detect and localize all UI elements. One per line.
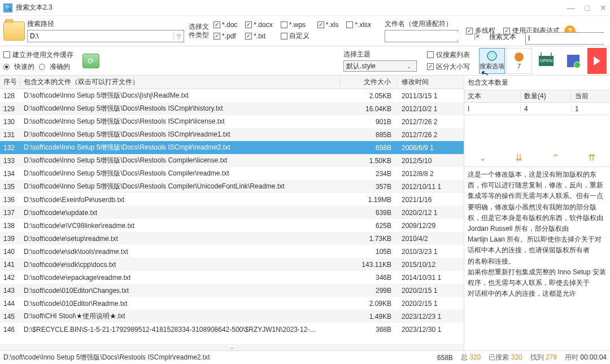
nav-up-all-icon[interactable]: ⇈ — [588, 152, 595, 163]
search-text-input[interactable] — [526, 33, 610, 44]
rp-content: 这是一个修改版本，这是没有附加版权的东西，你可以进行随意复制，修改，反向，重新 … — [464, 167, 610, 350]
rp-hdr-text: 文本 — [464, 91, 521, 101]
chk-custom[interactable] — [281, 33, 287, 40]
warn-icon — [515, 52, 524, 62]
chk-doc[interactable] — [213, 21, 220, 28]
titlebar: 🔍 搜索文本2.3 — □ ✕ — [0, 0, 610, 16]
toolbar: 搜索路径 ▽ 选择文 件类型 *.doc *.docx *.wps *.xls … — [0, 16, 610, 46]
nav-down-all-icon[interactable]: ⇊ — [515, 152, 522, 163]
filetype-label: 选择文 件类型 — [189, 23, 209, 39]
table-row[interactable]: 145D:\soft\CHI Stool\★使用说明★.txt1.49KB202… — [0, 310, 464, 323]
rp-hdr-count: 数量(4) — [521, 91, 572, 101]
chk-index-only[interactable] — [427, 51, 434, 58]
table-row[interactable]: 138D:\soft\code\e\VC98linker\readme.txt6… — [0, 219, 464, 232]
table-row[interactable]: 140D:\soft\code\e\sdk\tools\readme.txt10… — [0, 245, 464, 258]
theme-select[interactable]: 默认.style ⌄ — [343, 60, 417, 72]
open-sign-icon: OPEN — [539, 56, 554, 66]
col-size[interactable]: 文件大小 — [341, 77, 397, 87]
table-row[interactable]: 142D:\soft\code\e\epackage\readme.txt346… — [0, 271, 464, 284]
table-row[interactable]: 144D:\soft\code\010Editor\Readme.txt2.09… — [0, 297, 464, 310]
chk-xls[interactable] — [317, 21, 324, 28]
sb-size: 658B — [437, 354, 453, 362]
search-options-button[interactable]: 搜索选项 — [479, 48, 505, 74]
chk-txt[interactable] — [245, 33, 252, 40]
scroll-hint: ⌄ — [0, 344, 464, 350]
col-index[interactable]: 序号 — [0, 77, 20, 87]
statusbar: D:\soft\code\Inno Setup 5增强版\Docs\Restoo… — [0, 350, 610, 364]
filename-label: 文件名（使用通配符） — [385, 19, 458, 29]
refresh-button[interactable]: ⟳ — [82, 54, 99, 68]
sb-total: 320 — [469, 353, 481, 361]
toolbar2: 建立并使用文件缓存 快速的 准确的 ⟳ 选择主题 默认.style ⌄ 仅搜索列… — [0, 46, 610, 76]
chk-multithread[interactable] — [466, 28, 473, 34]
filename-input[interactable] — [385, 32, 474, 40]
path-label: 搜索路径 — [27, 19, 184, 29]
app-title: 搜索文本2.3 — [16, 3, 567, 12]
col-path[interactable]: 包含文本的文件（双击可以打开文件） — [20, 77, 341, 87]
rp-val-cur: 1 — [572, 105, 610, 113]
rp-val-count: 4 — [521, 105, 572, 113]
nav-up-icon[interactable]: ⌃ — [552, 152, 559, 163]
count-button[interactable]: 7 — [506, 48, 532, 74]
folder-icon[interactable] — [3, 21, 25, 41]
radio-fast[interactable] — [3, 64, 10, 70]
open-button[interactable]: OPEN — [533, 48, 559, 74]
table-row[interactable]: 130D:\soft\code\Inno Setup 5增强版\Docs\Res… — [0, 115, 464, 128]
path-dropdown-icon[interactable]: ▽ — [173, 33, 184, 40]
table-row[interactable]: 132D:\soft\code\Inno Setup 5增强版\Docs\Res… — [0, 141, 464, 154]
sb-found: 279 — [546, 353, 557, 361]
table-row[interactable]: 129D:\soft\code\Inno Setup 5增强版\Docs\Res… — [0, 102, 464, 115]
sb-time: 00:00:04 — [580, 353, 607, 361]
chk-cache[interactable] — [3, 51, 10, 58]
sb-path: D:\soft\code\Inno Setup 5增强版\Docs\Restoo… — [3, 353, 429, 362]
table-row[interactable]: 137D:\soft\code\e\update.txt639B2020/2/1… — [0, 206, 464, 219]
table-body: 128D:\soft\code\Inno Setup 5增强版\Docs\[is… — [0, 89, 464, 344]
rp-title: 包含文本数量 — [464, 76, 610, 90]
minimize-button[interactable]: — — [567, 3, 575, 12]
close-button[interactable]: ✕ — [600, 3, 607, 12]
table-row[interactable]: 143D:\soft\code\010Editor\Changes.txt299… — [0, 284, 464, 297]
theme-label: 选择主题 — [343, 50, 417, 59]
rp-hdr-cur: 当前 — [572, 91, 610, 101]
table-header: 序号 包含文本的文件（双击可以打开文件） 文件大小 修改时间 — [0, 76, 464, 89]
table-row[interactable]: 136D:\soft\code\ExeinfoPe\userdb.txt1.19… — [0, 193, 464, 206]
search-text-label: 搜索文本 — [489, 32, 516, 42]
rp-val-text: I — [464, 105, 521, 113]
radio-accurate[interactable] — [39, 64, 45, 70]
save-button[interactable] — [560, 48, 586, 74]
chk-pdf[interactable] — [213, 33, 220, 40]
table-row[interactable]: 146D:\$RECYCLE.BIN\S-1-5-21-1792989512-4… — [0, 323, 464, 336]
maximize-button[interactable]: □ — [585, 3, 590, 12]
app-icon: 🔍 — [3, 3, 12, 12]
chk-docx[interactable] — [245, 21, 252, 28]
gear-icon — [487, 51, 497, 61]
chevron-down-icon: ⌄ — [404, 63, 414, 69]
table-row[interactable]: 134D:\soft\code\Inno Setup 5增强版\Docs\Res… — [0, 167, 464, 180]
chk-wps[interactable] — [281, 21, 287, 28]
table-row[interactable]: 128D:\soft\code\Inno Setup 5增强版\Docs\[is… — [0, 89, 464, 102]
path-input[interactable] — [28, 32, 173, 40]
chk-case[interactable] — [427, 63, 434, 70]
sb-searched: 320 — [511, 353, 522, 361]
table-row[interactable]: 131D:\soft\code\Inno Setup 5增强版\Docs\Res… — [0, 128, 464, 141]
table-row[interactable]: 133D:\soft\code\Inno Setup 5增强版\Docs\Res… — [0, 154, 464, 167]
table-row[interactable]: 139D:\soft\code\e\setup\readme.txt1.73KB… — [0, 232, 464, 245]
col-time[interactable]: 修改时间 — [397, 77, 464, 87]
table-row[interactable]: 141D:\soft\code\e\sdk\cpp\docs.txt143.11… — [0, 258, 464, 271]
run-button[interactable] — [587, 48, 607, 74]
rp-nav: ⌄ ⇊ ⌃ ⇈ — [464, 149, 610, 167]
nav-down-icon[interactable]: ⌄ — [479, 152, 486, 163]
table-row[interactable]: 135D:\soft\code\Inno Setup 5增强版\Docs\Res… — [0, 180, 464, 193]
chk-xlsx[interactable] — [346, 21, 353, 28]
save-disk-icon — [567, 55, 580, 67]
